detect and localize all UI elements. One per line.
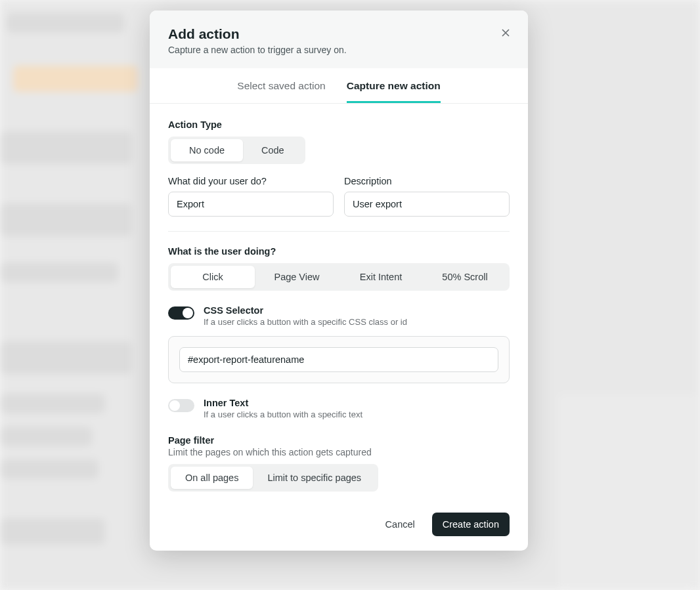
add-action-modal: Add action Capture a new action to trigg…	[150, 11, 528, 551]
action-name-input[interactable]	[168, 192, 334, 217]
modal-tabs: Select saved action Capture new action	[150, 68, 528, 104]
action-type-label: Action Type	[168, 119, 510, 130]
action-type-segment: No code Code	[168, 137, 305, 164]
create-action-button[interactable]: Create action	[432, 513, 510, 536]
activity-scroll[interactable]: 50% Scroll	[423, 266, 507, 288]
tab-capture-new[interactable]: Capture new action	[347, 68, 441, 103]
modal-subtitle: Capture a new action to trigger a survey…	[168, 45, 510, 55]
page-filter-limit[interactable]: Limit to specific pages	[253, 467, 376, 489]
inner-text-sub: If a user clicks a button with a specifi…	[204, 410, 362, 419]
modal-footer: Cancel Create action	[150, 505, 528, 551]
css-selector-title: CSS Selector	[204, 305, 407, 316]
modal-body: Action Type No code Code What did your u…	[150, 104, 528, 505]
close-icon	[499, 26, 512, 39]
modal-title: Add action	[168, 26, 510, 42]
inner-text-row: Inner Text If a user clicks a button wit…	[168, 398, 510, 419]
inner-text-title: Inner Text	[204, 398, 362, 408]
action-type-code[interactable]: Code	[243, 139, 303, 161]
activity-segment: Click Page View Exit Intent 50% Scroll	[168, 263, 510, 291]
css-selector-input[interactable]	[179, 347, 498, 372]
action-type-nocode[interactable]: No code	[171, 139, 243, 161]
description-input[interactable]	[344, 192, 510, 217]
css-selector-row: CSS Selector If a user clicks a button w…	[168, 305, 510, 327]
close-button[interactable]	[494, 21, 517, 45]
page-filter-label: Page filter	[168, 435, 510, 446]
divider	[168, 231, 510, 232]
action-name-label: What did your user do?	[168, 176, 334, 186]
activity-label: What is the user doing?	[168, 246, 510, 257]
activity-click[interactable]: Click	[171, 266, 255, 288]
css-selector-sub: If a user clicks a button with a specifi…	[204, 317, 407, 327]
activity-pageview[interactable]: Page View	[255, 266, 339, 288]
description-label: Description	[344, 176, 510, 186]
tab-select-saved[interactable]: Select saved action	[237, 68, 325, 103]
page-filter-sub: Limit the pages on which this action get…	[168, 447, 510, 457]
page-filter-segment: On all pages Limit to specific pages	[168, 464, 378, 492]
modal-header: Add action Capture a new action to trigg…	[150, 11, 528, 68]
activity-exitintent[interactable]: Exit Intent	[339, 266, 423, 288]
inner-text-toggle[interactable]	[168, 399, 194, 412]
css-selector-box	[168, 336, 510, 383]
css-selector-toggle[interactable]	[168, 306, 194, 320]
cancel-button[interactable]: Cancel	[376, 513, 424, 536]
page-filter-all[interactable]: On all pages	[171, 467, 253, 489]
